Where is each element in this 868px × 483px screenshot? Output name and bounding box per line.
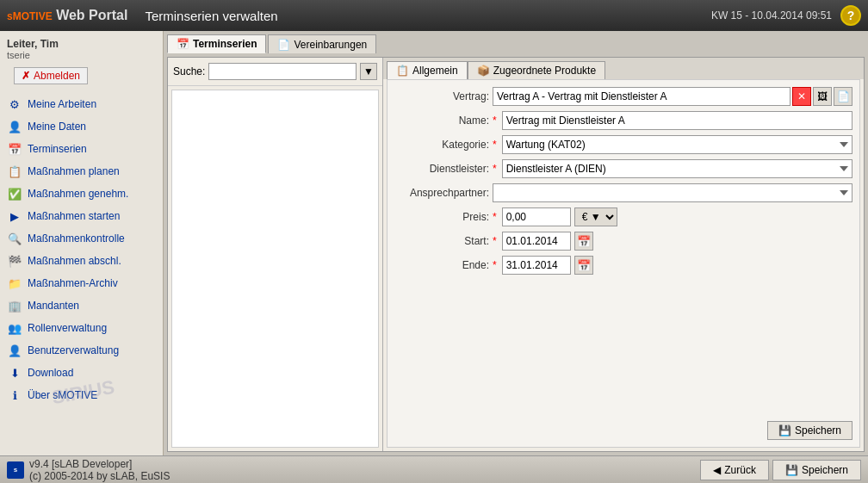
preis-required-star: *: [493, 211, 497, 223]
bottom-actions: ◀ Zurück 💾 Speichern: [700, 460, 861, 480]
dienstleister-required-star: *: [493, 163, 497, 175]
allgemein-tab-icon: 📋: [396, 65, 409, 77]
ende-row: Ende: * 📅: [394, 256, 852, 275]
vertrag-delete-button[interactable]: ✕: [792, 87, 811, 106]
sidebar-item-meine-arbeiten[interactable]: ⚙ Meine Arbeiten: [0, 93, 163, 115]
form-save-button[interactable]: 💾 Speichern: [767, 421, 852, 440]
ansprechpartner-label: Ansprechpartner:: [394, 187, 489, 199]
start-label: Start:: [394, 235, 489, 247]
massnahmen-starten-icon: ▶: [7, 208, 22, 224]
zugeordnete-produkte-tab-icon: 📦: [477, 65, 490, 77]
vertrag-input[interactable]: [493, 87, 790, 106]
zurueck-label: Zurück: [724, 464, 756, 476]
sidebar-item-massnahmen-archiv[interactable]: 📁 Maßnahmen-Archiv: [0, 272, 163, 294]
sidebar-label-massnahmen-starten: Maßnahmen starten: [28, 210, 120, 222]
sidebar-item-massnahmen-abschl[interactable]: 🏁 Maßnahmen abschl.: [0, 250, 163, 272]
header-datetime: KW 15 - 10.04.2014 09:51: [711, 9, 832, 22]
start-calendar-button[interactable]: 📅: [574, 232, 593, 251]
search-label: Suche:: [173, 65, 205, 77]
download-icon: ⬇: [7, 365, 22, 381]
sidebar-item-massnahmen-planen[interactable]: 📋 Maßnahmen planen: [0, 160, 163, 183]
dienstleister-select[interactable]: Dienstleister A (DIEN): [502, 159, 852, 178]
main-layout: Leiter, Tim tserie ✗ Abmelden ⚙ Meine Ar…: [0, 31, 868, 455]
main-panel: Suche: ▼ 📋 Allgemein 📦 Zugeordnete Pro: [167, 57, 865, 452]
start-required-star: *: [493, 235, 497, 247]
preis-label: Preis:: [394, 211, 489, 223]
list-area[interactable]: [171, 90, 379, 448]
sidebar-item-download[interactable]: ⬇ Download: [0, 362, 163, 384]
massnahmen-archiv-icon: 📁: [7, 276, 22, 291]
user-sub: tserie: [7, 50, 156, 60]
search-dropdown-button[interactable]: ▼: [360, 63, 377, 80]
vertrag-doc-button[interactable]: 📄: [834, 87, 852, 106]
start-input[interactable]: [502, 232, 571, 251]
sidebar-item-mandanten[interactable]: 🏢 Mandanten: [0, 294, 163, 317]
bottom-bar: s v9.4 [sLAB Developer] (c) 2005-2014 by…: [0, 455, 868, 483]
inner-tab-allgemein[interactable]: 📋 Allgemein: [387, 61, 468, 79]
user-info: Leiter, Tim tserie: [0, 34, 163, 62]
inner-tabs: 📋 Allgemein 📦 Zugeordnete Produkte: [383, 58, 864, 79]
inner-tab-zugeordnete-produkte[interactable]: 📦 Zugeordnete Produkte: [468, 61, 605, 79]
tab-terminserien[interactable]: 📅 Terminserien: [167, 34, 266, 53]
sidebar-label-meine-daten: Meine Daten: [28, 121, 86, 133]
sidebar-label-rollenverwaltung: Rollenverwaltung: [28, 322, 107, 334]
sidebar-item-massnahmenkontrolle[interactable]: 🔍 Maßnahmenkontrolle: [0, 227, 163, 250]
sidebar-label-massnahmen-abschl: Maßnahmen abschl.: [28, 255, 121, 267]
name-label: Name:: [394, 115, 489, 127]
app-logo: sMOTIVE Web Portal: [7, 8, 127, 23]
meine-daten-icon: 👤: [7, 119, 22, 134]
sidebar-label-uber-smotive: Über sMOTIVE: [28, 389, 97, 401]
sidebar-item-massnahmen-genehm[interactable]: ✅ Maßnahmen genehm.: [0, 183, 163, 205]
sidebar-label-download: Download: [28, 367, 73, 379]
sidebar-item-uber-smotive[interactable]: ℹ Über sMOTIVE: [0, 384, 163, 406]
bottom-info: s v9.4 [sLAB Developer] (c) 2005-2014 by…: [7, 458, 170, 482]
terminserien-icon: 📅: [7, 141, 22, 157]
sidebar-label-massnahmen-archiv: Maßnahmen-Archiv: [28, 277, 118, 289]
kategorie-select[interactable]: Wartung (KAT02): [502, 135, 852, 154]
start-row: Start: * 📅: [394, 232, 852, 251]
ende-label: Ende:: [394, 259, 489, 271]
preis-input[interactable]: [502, 207, 571, 226]
search-input[interactable]: [208, 63, 356, 80]
sidebar-label-massnahmenkontrolle: Maßnahmenkontrolle: [28, 232, 125, 245]
currency-select[interactable]: € ▼: [574, 207, 617, 226]
ende-calendar-button[interactable]: 📅: [574, 256, 593, 275]
right-panel: 📋 Allgemein 📦 Zugeordnete Produkte Vertr…: [383, 58, 864, 451]
inner-tab-allgemein-label: Allgemein: [412, 65, 458, 77]
mandanten-icon: 🏢: [7, 298, 22, 313]
vertrag-label: Vertrag:: [394, 90, 489, 102]
tab-vereinbarungen[interactable]: 📄 Vereinbarungen: [268, 34, 376, 53]
ende-required-star: *: [493, 259, 497, 271]
page-title: Terminserien verwalten: [145, 9, 710, 23]
benutzerverwaltung-icon: 👤: [7, 343, 22, 358]
ende-input[interactable]: [502, 256, 571, 275]
speichern-button[interactable]: 💾 Speichern: [772, 460, 861, 480]
sidebar-item-benutzerverwaltung[interactable]: 👤 Benutzerverwaltung: [0, 339, 163, 362]
preis-row: Preis: * € ▼: [394, 207, 852, 226]
massnahmen-abschl-icon: 🏁: [7, 253, 22, 269]
ansprechpartner-row: Ansprechpartner:: [394, 183, 852, 202]
name-input[interactable]: [502, 111, 852, 130]
sidebar-item-massnahmen-starten[interactable]: ▶ Maßnahmen starten: [0, 205, 163, 227]
sidebar-label-meine-arbeiten: Meine Arbeiten: [28, 98, 96, 110]
form-save-icon: 💾: [778, 424, 791, 437]
sidebar: Leiter, Tim tserie ✗ Abmelden ⚙ Meine Ar…: [0, 31, 164, 455]
sidebar-item-terminserien[interactable]: 📅 Terminserien: [0, 138, 163, 160]
zurueck-button[interactable]: ◀ Zurück: [700, 460, 769, 480]
logo-smotive: s: [7, 10, 13, 22]
logo-motive: MOTIVE: [13, 10, 53, 22]
ansprechpartner-select[interactable]: [493, 183, 852, 202]
sidebar-item-rollenverwaltung[interactable]: 👥 Rollenverwaltung: [0, 317, 163, 339]
tab-vereinbarungen-label: Vereinbarungen: [294, 39, 367, 51]
help-button[interactable]: ?: [840, 5, 861, 26]
sidebar-item-meine-daten[interactable]: 👤 Meine Daten: [0, 115, 163, 138]
logout-button[interactable]: ✗ Abmelden: [14, 67, 88, 84]
footer-version-info: v9.4 [sLAB Developer] (c) 2005-2014 by s…: [29, 458, 170, 482]
massnahmen-genehm-icon: ✅: [7, 186, 22, 201]
vertrag-image-button[interactable]: 🖼: [813, 87, 832, 106]
massnahmenkontrolle-icon: 🔍: [7, 231, 22, 246]
name-label-text: Name:: [459, 115, 489, 127]
logout-icon: ✗: [22, 70, 30, 82]
vereinbarungen-tab-icon: 📄: [277, 39, 290, 51]
search-row: Suche: ▼: [168, 58, 382, 86]
